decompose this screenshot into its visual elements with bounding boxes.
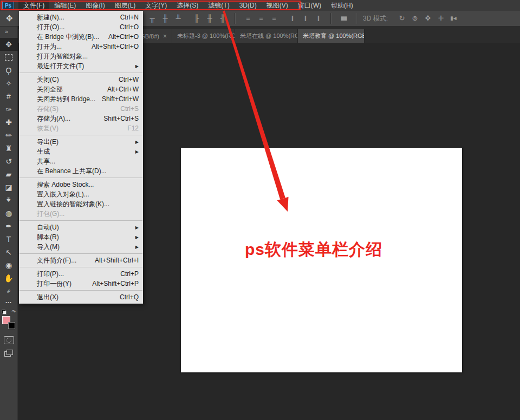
zoom-tool[interactable]: ♀	[0, 285, 18, 298]
menu-separator	[20, 267, 142, 267]
document-canvas[interactable]: ps软件菜单栏介绍	[181, 148, 462, 372]
align-vertical-centers-icon[interactable]: ╫	[158, 11, 171, 26]
file-menu-item[interactable]: 关闭全部Alt+Ctrl+W	[19, 84, 143, 94]
menubar-item[interactable]: 编辑(E)	[49, 0, 81, 11]
file-menu-item[interactable]: 在 Behance 上共享(D)...	[19, 166, 143, 176]
document-tab[interactable]: 未标题-3 @ 100%(RGB/8#)×	[172, 29, 235, 43]
file-menu-item[interactable]: 生成▶	[19, 147, 143, 156]
clone-stamp-tool[interactable]: ♜	[0, 142, 18, 155]
menubar-item[interactable]: 滤镜(T)	[203, 0, 234, 11]
hand-tool[interactable]: ✋	[0, 272, 18, 285]
brush-tool-icon: ✏	[5, 132, 12, 139]
menubar-item[interactable]: 文件(F)	[18, 0, 49, 11]
screen-mode-icon[interactable]	[4, 350, 13, 357]
file-menu-item[interactable]: 新建(N)...Ctrl+N	[19, 12, 143, 22]
file-menu-item[interactable]: 置入链接的智能对象(K)...	[19, 199, 143, 209]
rectangular-marquee-tool[interactable]	[0, 51, 18, 64]
submenu-arrow-icon: ▶	[135, 149, 139, 154]
align-horizontal-centers-icon[interactable]: ╫	[203, 11, 216, 26]
file-menu-item[interactable]: 自动(U)▶	[19, 222, 143, 232]
spot-healing-brush-tool[interactable]: ✚	[0, 116, 18, 129]
photoshop-logo-icon[interactable]: Ps	[2, 1, 14, 10]
menubar-item[interactable]: 文字(Y)	[140, 0, 172, 11]
file-menu-item[interactable]: 存储为(A)...Shift+Ctrl+S	[19, 114, 143, 123]
document-tab[interactable]: 米塔在线 @ 100%(RGB/8#)×	[235, 29, 298, 43]
align-right-edges-icon[interactable]: ╢	[216, 11, 229, 26]
distribute-horizontal-centers-icon[interactable]: |||	[298, 11, 311, 26]
path-selection-tool[interactable]: ↖	[0, 246, 18, 259]
move-tool[interactable]: ✥	[0, 38, 18, 51]
slide-3d-camera-icon[interactable]: ✛	[434, 11, 447, 26]
background-color-swatch[interactable]	[8, 322, 15, 329]
file-menu-item[interactable]: 脚本(R)▶	[19, 232, 143, 242]
menubar-item[interactable]: 窗口(W)	[293, 0, 326, 11]
menubar-item[interactable]: 图层(L)	[110, 0, 141, 11]
gradient-tool[interactable]: ◪	[0, 181, 18, 194]
ellipse-tool[interactable]: ◉	[0, 259, 18, 272]
file-menu-item[interactable]: 文件简介(F)...Alt+Shift+Ctrl+I	[19, 255, 143, 265]
swap-colors-icon[interactable]: ↷	[11, 309, 16, 314]
menubar-item[interactable]: 图像(I)	[81, 0, 109, 11]
file-menu-item[interactable]: 打开为智能对象...	[19, 51, 143, 61]
distribute-bottom-edges-icon[interactable]: ≡	[267, 11, 280, 26]
file-menu-item[interactable]: 共享...	[19, 156, 143, 166]
edit-toolbar-icon[interactable]: •••	[5, 300, 11, 305]
dolly-3d-camera-icon[interactable]: ▮◄	[447, 11, 460, 26]
file-menu-item: 存储(S)Ctrl+S	[19, 104, 143, 114]
document-tab[interactable]: 米塔教育 @ 100%(RGB/8#)×	[298, 29, 365, 43]
file-menu-item[interactable]: 导出(E)▶	[19, 137, 143, 147]
tab-close-icon[interactable]: ×	[163, 32, 167, 40]
default-colors-icon[interactable]	[2, 310, 6, 314]
file-menu-item[interactable]: 退出(X)Ctrl+Q	[19, 292, 143, 302]
distribute-left-edges-icon[interactable]: |||	[285, 11, 298, 26]
align-top-edges-icon[interactable]: ╥	[145, 11, 158, 26]
submenu-arrow-icon: ▶	[135, 64, 139, 69]
menubar-item[interactable]: 帮助(H)	[326, 0, 358, 11]
quick-mask-mode-icon[interactable]	[4, 336, 14, 344]
quick-selection-tool[interactable]: ✧	[0, 77, 18, 90]
file-menu-item[interactable]: 导入(M)▶	[19, 242, 143, 252]
horizontal-type-tool[interactable]: T	[0, 233, 18, 246]
roll-3d-camera-icon[interactable]: ⊚	[408, 11, 421, 26]
brush-tool[interactable]: ✏	[0, 129, 18, 142]
submenu-arrow-icon: ▶	[135, 245, 139, 250]
distribute-spacing-icon[interactable]: ▮▮▮	[337, 11, 350, 26]
menu-item-label: 打包(G)...	[37, 209, 64, 219]
blur-tool[interactable]: ♠	[0, 194, 18, 207]
options-icon-group: ╥╫╨	[145, 11, 184, 26]
eraser-tool[interactable]: ▰	[0, 168, 18, 181]
eraser-tool-icon: ▰	[6, 170, 12, 178]
menubar-item[interactable]: 3D(D)	[235, 0, 262, 11]
history-brush-tool[interactable]: ↺	[0, 155, 18, 168]
file-menu-item[interactable]: 打印(P)...Ctrl+P	[19, 269, 143, 279]
pan-3d-camera-icon[interactable]: ✥	[421, 11, 434, 26]
orbit-3d-camera-icon[interactable]: ↻	[395, 11, 408, 26]
distribute-right-edges-icon[interactable]: |||	[311, 11, 324, 26]
menu-item-label: 关闭并转到 Bridge...	[37, 95, 95, 104]
file-menu-item[interactable]: 在 Bridge 中浏览(B)...Alt+Ctrl+O	[19, 32, 143, 42]
menubar-item[interactable]: 视图(V)	[262, 0, 293, 11]
file-menu-item[interactable]: 关闭(C)Ctrl+W	[19, 75, 143, 84]
file-menu-item[interactable]: 关闭并转到 Bridge...Shift+Ctrl+W	[19, 94, 143, 104]
file-menu-item[interactable]: 搜索 Adobe Stock...	[19, 180, 143, 189]
menubar-item[interactable]: 选择(S)	[172, 0, 203, 11]
file-menu-item[interactable]: 置入嵌入对象(L)...	[19, 189, 143, 199]
menu-separator	[20, 290, 142, 291]
align-bottom-edges-icon[interactable]: ╨	[171, 11, 184, 26]
align-left-edges-icon[interactable]: ╟	[190, 11, 203, 26]
collapse-toolbox-icon[interactable]: »	[0, 27, 8, 38]
crop-tool[interactable]: #	[0, 90, 18, 103]
menu-item-label: 置入链接的智能对象(K)...	[37, 200, 109, 209]
menu-item-label: 在 Bridge 中浏览(B)...	[37, 32, 99, 42]
lasso-tool[interactable]: Ϙ	[0, 64, 18, 77]
file-menu-item[interactable]: 打开(O)...Ctrl+O	[19, 22, 143, 32]
eyedropper-tool[interactable]: ✑	[0, 103, 18, 116]
dodge-tool[interactable]: ◍	[0, 207, 18, 220]
pen-tool[interactable]: ✒	[0, 220, 18, 233]
file-menu-item[interactable]: 打开为...Alt+Shift+Ctrl+O	[19, 42, 143, 51]
file-menu-item[interactable]: 打印一份(Y)Alt+Shift+Ctrl+P	[19, 279, 143, 288]
file-menu-item[interactable]: 最近打开文件(T)▶	[19, 61, 143, 71]
distribute-vertical-centers-icon[interactable]: ≡	[254, 11, 267, 26]
distribute-top-edges-icon[interactable]: ≡	[241, 11, 254, 26]
options-icon-group: ≡≡≡	[241, 11, 280, 26]
